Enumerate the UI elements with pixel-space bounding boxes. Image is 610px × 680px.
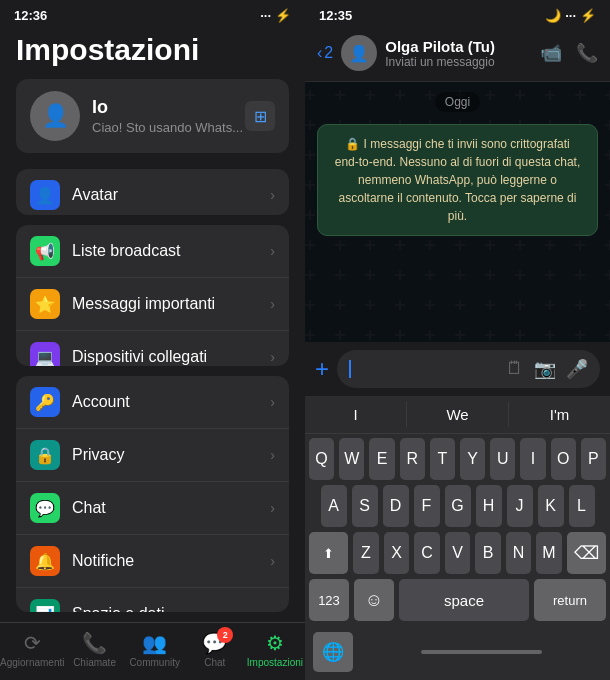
key-row-4: 123 ☺ space return <box>309 579 606 621</box>
camera-icon[interactable]: 📷 <box>534 358 556 380</box>
delete-key[interactable]: ⌫ <box>567 532 606 574</box>
broadcast-icon: 📢 <box>30 236 60 266</box>
nav-chats[interactable]: 💬 2 Chat <box>185 631 245 668</box>
back-button[interactable]: ‹ 2 <box>317 44 333 62</box>
community-label: Community <box>129 657 180 668</box>
space-key[interactable]: space <box>399 579 529 621</box>
key-p[interactable]: P <box>581 438 606 480</box>
account-row[interactable]: 🔑 Account › <box>16 376 289 429</box>
page-title: Impostazioni <box>0 27 305 79</box>
key-w[interactable]: W <box>339 438 364 480</box>
avatar: 👤 <box>30 91 80 141</box>
key-u[interactable]: U <box>490 438 515 480</box>
notifications-label: Notifiche <box>72 552 270 570</box>
broadcast-label: Liste broadcast <box>72 242 270 260</box>
key-d[interactable]: D <box>383 485 409 527</box>
dots-icon: ··· <box>260 8 271 23</box>
key-o[interactable]: O <box>551 438 576 480</box>
attach-button[interactable]: + <box>315 355 329 383</box>
key-n[interactable]: N <box>506 532 532 574</box>
suggestion-im[interactable]: I'm <box>509 402 610 427</box>
calls-label: Chiamate <box>73 657 116 668</box>
key-t[interactable]: T <box>430 438 455 480</box>
key-v[interactable]: V <box>445 532 471 574</box>
key-x[interactable]: X <box>384 532 410 574</box>
encryption-notice[interactable]: 🔒 I messaggi che ti invii sono crittogra… <box>317 124 598 236</box>
key-m[interactable]: M <box>536 532 562 574</box>
status-bar-left: 12:36 ··· ⚡ <box>0 0 305 27</box>
shift-key[interactable]: ⬆ <box>309 532 348 574</box>
chevron-icon: › <box>270 553 275 569</box>
devices-icon: 💻 <box>30 342 60 366</box>
key-i[interactable]: I <box>520 438 545 480</box>
nav-updates[interactable]: ⟳ Aggiornamenti <box>0 631 64 668</box>
suggestion-we[interactable]: We <box>407 402 509 427</box>
status-bar-right: 12:35 🌙 ··· ⚡ <box>305 0 610 27</box>
key-y[interactable]: Y <box>460 438 485 480</box>
privacy-row[interactable]: 🔒 Privacy › <box>16 429 289 482</box>
nav-settings[interactable]: ⚙ Impostazioni <box>245 631 305 668</box>
profile-card[interactable]: 👤 Io Ciao! Sto usando Whats... ⊞ <box>16 79 289 153</box>
bottom-nav: ⟳ Aggiornamenti 📞 Chiamate 👥 Community 💬… <box>0 622 305 680</box>
key-e[interactable]: E <box>369 438 394 480</box>
emoji-key[interactable]: ☺ <box>354 579 394 621</box>
chat-label: Chat <box>72 499 270 517</box>
status-icons-right: 🌙 ··· ⚡ <box>545 8 596 23</box>
chat-header-icons: 📹 📞 <box>540 42 598 64</box>
broadcast-row[interactable]: 📢 Liste broadcast › <box>16 225 289 278</box>
key-j[interactable]: J <box>507 485 533 527</box>
keyboard-suggestions: I We I'm <box>305 396 610 434</box>
chat-row[interactable]: 💬 Chat › <box>16 482 289 535</box>
message-input[interactable]: 🗒 📷 🎤 <box>337 350 600 388</box>
notifications-row[interactable]: 🔔 Notifiche › <box>16 535 289 588</box>
sticker-icon[interactable]: 🗒 <box>506 358 524 380</box>
back-chevron-icon: ‹ <box>317 44 322 62</box>
key-l[interactable]: L <box>569 485 595 527</box>
key-k[interactable]: K <box>538 485 564 527</box>
avatar-label: Avatar <box>72 186 270 204</box>
video-call-icon[interactable]: 📹 <box>540 42 562 64</box>
key-h[interactable]: H <box>476 485 502 527</box>
globe-button[interactable]: 🌐 <box>313 632 353 672</box>
storage-label: Spazio e dati <box>72 605 270 612</box>
key-b[interactable]: B <box>475 532 501 574</box>
key-c[interactable]: C <box>414 532 440 574</box>
return-key[interactable]: return <box>534 579 606 621</box>
starred-row[interactable]: ⭐ Messaggi importanti › <box>16 278 289 331</box>
key-q[interactable]: Q <box>309 438 334 480</box>
key-z[interactable]: Z <box>353 532 379 574</box>
battery-icon: ⚡ <box>275 8 291 23</box>
chat-icon: 💬 <box>30 493 60 523</box>
section-avatar: 👤 Avatar › <box>16 169 289 215</box>
storage-icon: 📊 <box>30 599 60 612</box>
key-f[interactable]: F <box>414 485 440 527</box>
key-r[interactable]: R <box>400 438 425 480</box>
key-row-3: ⬆ Z X C V B N M ⌫ <box>309 532 606 574</box>
chevron-icon: › <box>270 243 275 259</box>
section-settings: 🔑 Account › 🔒 Privacy › 💬 Chat › 🔔 Notif… <box>16 376 289 612</box>
keyboard-rows: Q W E R T Y U I O P A S D F G H J K <box>305 434 610 628</box>
chevron-icon: › <box>270 349 275 365</box>
key-s[interactable]: S <box>352 485 378 527</box>
moon-icon: 🌙 <box>545 8 561 23</box>
mic-icon[interactable]: 🎤 <box>566 358 588 380</box>
numbers-key[interactable]: 123 <box>309 579 349 621</box>
devices-row[interactable]: 💻 Dispositivi collegati › <box>16 331 289 366</box>
chat-badge: 2 <box>217 627 233 643</box>
account-label: Account <box>72 393 270 411</box>
key-a[interactable]: A <box>321 485 347 527</box>
chevron-icon: › <box>270 447 275 463</box>
nav-community[interactable]: 👥 Community <box>125 631 185 668</box>
suggestion-i[interactable]: I <box>305 402 407 427</box>
key-g[interactable]: G <box>445 485 471 527</box>
contact-avatar-icon: 👤 <box>349 44 369 63</box>
profile-left: 👤 Io Ciao! Sto usando Whats... <box>30 91 243 141</box>
qr-icon[interactable]: ⊞ <box>245 101 275 131</box>
chats-label: Chat <box>204 657 225 668</box>
voice-call-icon[interactable]: 📞 <box>576 42 598 64</box>
storage-row[interactable]: 📊 Spazio e dati › <box>16 588 289 612</box>
settings-label: Impostazioni <box>247 657 303 668</box>
avatar-row[interactable]: 👤 Avatar › <box>16 169 289 215</box>
avatar-row-icon: 👤 <box>30 180 60 210</box>
nav-calls[interactable]: 📞 Chiamate <box>64 631 124 668</box>
